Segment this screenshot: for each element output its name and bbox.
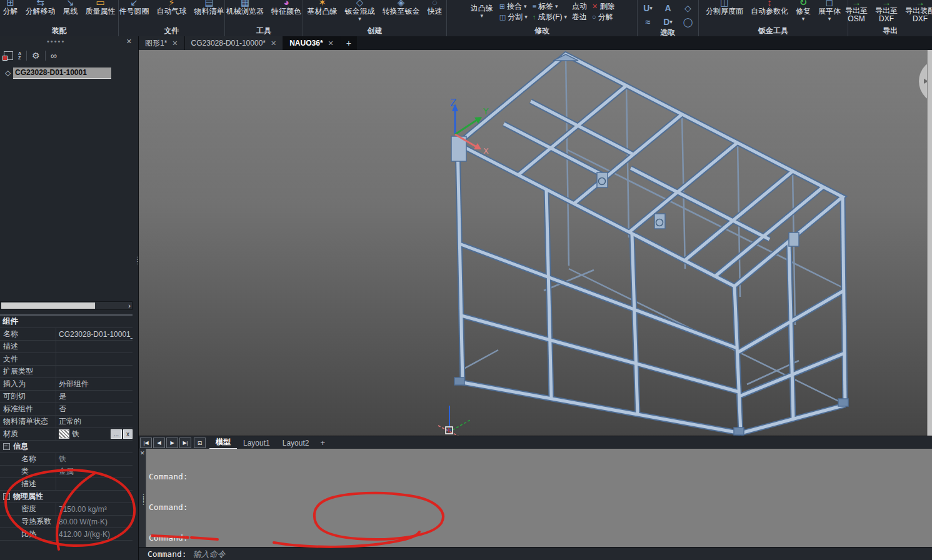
browser-root-node[interactable]: ⬦ CG23028-D01-10001 bbox=[5, 68, 111, 79]
dropdown-arrow-icon: ▾ bbox=[669, 19, 673, 24]
repair-button[interactable]: ↻修复▾ bbox=[793, 0, 814, 21]
root-node-label[interactable]: CG23028-D01-10001 bbox=[13, 68, 111, 79]
property-row-sectionable[interactable]: 可剖切是 bbox=[0, 391, 133, 403]
group-name-tools: 工具 bbox=[225, 26, 303, 36]
property-row-ext-type[interactable]: 扩展类型 bbox=[0, 366, 133, 378]
explode-button[interactable]: ⊞分解 bbox=[0, 0, 21, 16]
split-thickness-face-button[interactable]: ◫分割厚度面 bbox=[703, 0, 746, 16]
auto-parametrize-button[interactable]: ↕自动参数化 bbox=[748, 0, 791, 16]
collapse-icon[interactable] bbox=[3, 493, 10, 500]
close-tab-icon[interactable]: ✕ bbox=[271, 39, 276, 48]
explode-small-button[interactable]: ○分解 bbox=[590, 12, 616, 21]
mass-properties-button[interactable]: ▭质量属性 bbox=[83, 0, 119, 16]
add-layout-button[interactable]: + bbox=[315, 438, 330, 448]
dropdown-arrow-icon: ▾ bbox=[480, 13, 483, 18]
dropdown-arrow-icon: ▾ bbox=[524, 14, 528, 19]
tab-model[interactable]: 模型 bbox=[209, 436, 237, 449]
last-layout-icon[interactable]: ▶| bbox=[179, 438, 191, 448]
select-d-profile-button[interactable]: D▾ bbox=[659, 16, 678, 28]
export-dxf-button[interactable]: →导出至DXF bbox=[872, 0, 901, 23]
export-osm-button[interactable]: →导出至OSM bbox=[842, 0, 871, 23]
explode-icon: ⊞ bbox=[6, 0, 14, 7]
property-row-insert-as[interactable]: 插入为外部组件 bbox=[0, 378, 133, 391]
settings-gear-icon[interactable]: ⚙ bbox=[32, 51, 40, 61]
part-number-circle-button[interactable]: ↙件号圆圈 bbox=[116, 0, 153, 16]
delete-button[interactable]: ✕删除 bbox=[590, 2, 616, 11]
viewport-vertical-scrollbar[interactable] bbox=[927, 50, 932, 436]
hem-button[interactable]: 卷边 bbox=[570, 12, 589, 21]
split-button[interactable]: ◫分割▾ bbox=[498, 12, 529, 21]
select-bend-button[interactable]: ≈ bbox=[639, 16, 658, 28]
sheetmetal-loft-button[interactable]: ◇钣金混成▾ bbox=[342, 0, 378, 21]
3d-viewport[interactable]: Z Y X bbox=[139, 50, 932, 436]
base-flange-button[interactable]: ✶基材凸缘 bbox=[304, 0, 341, 16]
scrollbar-thumb[interactable] bbox=[1, 302, 95, 309]
select-face-button[interactable]: ◇ bbox=[679, 2, 698, 14]
prev-layout-icon[interactable]: ◀ bbox=[153, 438, 165, 448]
panel-grip-icon[interactable]: ••••• bbox=[47, 38, 65, 45]
quick-view-icon[interactable]: ⊡ bbox=[194, 438, 206, 448]
auto-balloon-button[interactable]: ⚡自动气球 bbox=[154, 0, 190, 16]
table-icon: ▤ bbox=[204, 0, 213, 7]
tag-button[interactable]: ≡标签▾ bbox=[531, 2, 569, 11]
property-row-description[interactable]: 描述 bbox=[0, 341, 133, 353]
physical-row-conductivity[interactable]: 导热系数80.00 W/(m·K) bbox=[0, 516, 133, 528]
select-u-profile-button[interactable]: U▾ bbox=[639, 2, 658, 14]
material-browse-button[interactable]: ... bbox=[111, 429, 122, 439]
doc-tab-nauo36[interactable]: NAUO36*✕ bbox=[283, 36, 341, 50]
material-clear-button[interactable]: x bbox=[123, 429, 133, 439]
command-history-window[interactable]: ✕ ⋮⋮⋮ Command: Command: Command: 指定另一对角:… bbox=[139, 449, 932, 547]
property-row-bom-status[interactable]: 物料清单状态正常的 bbox=[0, 416, 133, 428]
first-layout-icon[interactable]: |◀ bbox=[140, 438, 152, 448]
property-row-standard-part[interactable]: 标准组件否 bbox=[0, 403, 133, 416]
physical-row-specific-heat[interactable]: 比热412.00 J/(kg·K) bbox=[0, 528, 133, 541]
dropdown-arrow-icon: ▾ bbox=[358, 16, 361, 21]
group-name-sheetmetal: 钣金工具 bbox=[699, 26, 848, 36]
command-prompt-bar[interactable]: Command: 输入命令 bbox=[139, 547, 932, 560]
collapse-icon[interactable] bbox=[3, 443, 10, 450]
split-face-icon: ◫ bbox=[720, 0, 729, 7]
quick-button[interactable]: ◌快速 bbox=[424, 0, 446, 16]
property-row-material[interactable]: 材质 铁 ... x bbox=[0, 428, 133, 441]
info-row-description[interactable]: 描述 bbox=[0, 478, 133, 491]
edge-flange-button[interactable]: 边凸缘▾ bbox=[468, 0, 496, 18]
tab-layout2[interactable]: Layout2 bbox=[276, 436, 316, 449]
select-shear-button[interactable]: A bbox=[659, 2, 678, 14]
section-physical[interactable]: 物理属性 bbox=[0, 491, 133, 503]
info-row-class[interactable]: 类金属 bbox=[0, 466, 133, 478]
forming-button[interactable]: ↑成形(F)▾ bbox=[531, 12, 569, 21]
new-tab-button[interactable]: + bbox=[341, 36, 357, 50]
convert-to-sheetmetal-button[interactable]: ◈转换至钣金 bbox=[379, 0, 423, 16]
select-nut-button[interactable]: ◯ bbox=[679, 16, 698, 28]
bom-button[interactable]: ▤物料清单 bbox=[191, 0, 228, 16]
property-row-file[interactable]: 文件 bbox=[0, 353, 133, 366]
command-grip-icon[interactable]: ⋮⋮⋮ bbox=[141, 495, 146, 504]
svg-text:Y: Y bbox=[483, 106, 489, 116]
search-binoculars-icon[interactable]: ∞ bbox=[51, 51, 57, 61]
explode-move-button[interactable]: ⇆分解移动 bbox=[23, 0, 59, 16]
info-row-name[interactable]: 名称铁 bbox=[0, 453, 133, 466]
flatten-button[interactable]: ◻展平体▾ bbox=[815, 0, 844, 21]
physical-row-density[interactable]: 密度7150.00 kg/m³ bbox=[0, 503, 133, 516]
scrollbar-arrow-icon[interactable]: › bbox=[128, 302, 131, 309]
panel-close-icon[interactable]: ✕ bbox=[126, 38, 132, 46]
feature-color-button[interactable]: ◕特征颜色 bbox=[268, 0, 304, 16]
join-button[interactable]: ⊞接合▾ bbox=[498, 2, 529, 11]
close-tab-icon[interactable]: ✕ bbox=[172, 39, 178, 48]
close-tab-icon[interactable]: ✕ bbox=[328, 39, 334, 48]
sort-az-icon[interactable]: AZ bbox=[18, 51, 21, 60]
next-layout-icon[interactable]: ▶ bbox=[166, 438, 178, 448]
mechanical-browser-panel: ••••• ✕ AZ ⚙ ∞ ⬦ CG23028-D01-10001 › 组件 … bbox=[0, 36, 139, 560]
command-close-icon[interactable]: ✕ bbox=[140, 450, 145, 456]
trail-line-button[interactable]: ↘尾线 bbox=[60, 0, 81, 16]
property-row-name[interactable]: 名称CG23028-D01-10001_ bbox=[0, 328, 133, 341]
section-info[interactable]: 信息 bbox=[0, 441, 133, 453]
export-assembly-dxf-button[interactable]: →导出装配DXF bbox=[902, 0, 932, 23]
horizontal-scrollbar[interactable]: › bbox=[0, 301, 133, 310]
tree-structure-icon[interactable] bbox=[4, 51, 13, 60]
jog-button[interactable]: 点动 bbox=[570, 2, 589, 11]
doc-tab-cg23028[interactable]: CG23028-D01-10000*✕ bbox=[185, 36, 284, 50]
tab-layout1[interactable]: Layout1 bbox=[237, 436, 276, 449]
mech-browser-button[interactable]: ▦机械浏览器 bbox=[223, 0, 267, 16]
doc-tab-drawing1[interactable]: 图形1*✕ bbox=[139, 36, 185, 50]
